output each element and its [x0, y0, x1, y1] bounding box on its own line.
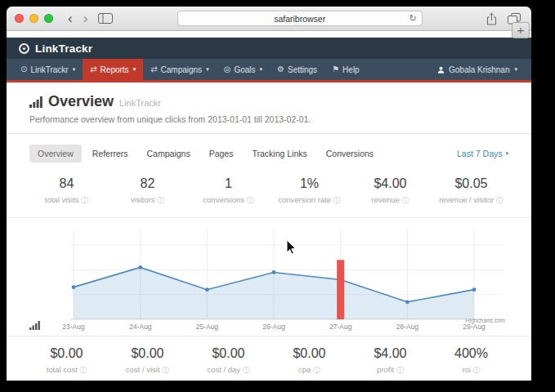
caret-down-icon: ▾	[505, 150, 508, 157]
nav-item-reports[interactable]: ⇄Reports▾	[83, 59, 143, 80]
info-icon[interactable]: ⓘ	[473, 366, 481, 374]
page-description: Performance overview from unique clicks …	[29, 114, 508, 124]
stat-label: cost / day ⓘ	[188, 365, 269, 376]
address-text: safaribrowser	[274, 14, 325, 24]
browser-toolbar: ‹ › safaribrowser ↻	[7, 7, 531, 31]
new-tab-button[interactable]: +	[512, 22, 530, 38]
stat-label: visitors ⓘ	[107, 195, 188, 206]
user-icon	[437, 66, 445, 74]
tab-overview[interactable]: Overview	[29, 145, 82, 163]
tab-pages[interactable]: Pages	[201, 145, 242, 163]
stat-label: total visits ⓘ	[26, 195, 107, 206]
flag-icon: ⚑	[332, 65, 339, 74]
stat-value: 1%	[269, 176, 350, 191]
nav-item-label: Campaigns	[161, 65, 203, 74]
page-heading: Overview LinkTrackr Performance overview…	[7, 82, 531, 134]
stat-cpa: $0.00cpa ⓘ	[269, 346, 350, 376]
x-axis-label: 29-Aug	[463, 323, 485, 331]
user-name: Gobala Krishnan	[449, 65, 510, 74]
close-window-button[interactable]	[15, 14, 24, 23]
nav-item-label: LinkTrackr	[30, 65, 68, 74]
page: LinkTrackr ⊙LinkTrackr▾⇄Reports▾⇄Campaig…	[7, 38, 531, 381]
chart-plot	[70, 226, 504, 321]
caret-down-icon: ▾	[73, 66, 76, 73]
stat-cost-day: $0.00cost / day ⓘ	[188, 346, 269, 376]
chart-bars-icon-small	[29, 321, 40, 330]
stat-label: total cost ⓘ	[26, 365, 107, 376]
x-axis-label: 24-Aug	[129, 323, 151, 331]
stats-top-row: 84total visits ⓘ82visitors ⓘ1conversions…	[7, 170, 531, 217]
stat-value: $0.00	[26, 346, 107, 361]
x-axis-label: 26-Aug	[262, 323, 284, 331]
stat-value: $4.00	[350, 346, 431, 361]
refresh-icon[interactable]: ↻	[409, 14, 416, 23]
report-tabs: OverviewReferrersCampaignsPagesTracking …	[29, 145, 384, 163]
page-title: Overview	[48, 93, 114, 110]
caret-down-icon: ▾	[133, 66, 137, 73]
stat-label: cost / visit ⓘ	[107, 365, 188, 376]
stat-label: conversion rate ⓘ	[269, 195, 350, 206]
info-icon[interactable]: ⓘ	[401, 196, 409, 204]
main-nav: ⊙LinkTrackr▾⇄Reports▾⇄Campaigns▾◎Goals▾⚙…	[7, 59, 531, 80]
share-icon[interactable]	[484, 12, 499, 25]
nav-item-linktrackr[interactable]: ⊙LinkTrackr▾	[13, 59, 83, 80]
sidebar-icon[interactable]	[96, 13, 115, 24]
wrench-icon: ⚙	[277, 65, 284, 74]
window-controls	[15, 14, 53, 23]
tab-tracking-links[interactable]: Tracking Links	[244, 145, 315, 163]
tabs-row: OverviewReferrersCampaignsPagesTracking …	[7, 134, 531, 170]
nav-item-settings[interactable]: ⚙Settings	[270, 59, 324, 80]
info-icon[interactable]: ⓘ	[79, 366, 87, 374]
date-range-label: Last 7 Days	[457, 149, 502, 158]
info-icon[interactable]: ⓘ	[333, 196, 341, 204]
info-icon[interactable]: ⓘ	[243, 366, 250, 374]
tab-campaigns[interactable]: Campaigns	[139, 145, 199, 163]
stat-value: 84	[26, 176, 107, 191]
date-range-select[interactable]: Last 7 Days ▾	[457, 149, 508, 158]
caret-down-icon: ▾	[514, 66, 517, 73]
chart-bars-icon	[29, 96, 43, 108]
nav-item-help[interactable]: ⚑Help	[324, 59, 367, 80]
tab-referrers[interactable]: Referrers	[84, 145, 137, 163]
tab-conversions[interactable]: Conversions	[318, 145, 382, 163]
stat-label: profit ⓘ	[350, 365, 431, 376]
stat-value: $0.05	[431, 176, 512, 191]
report-icon: ⇄	[90, 65, 96, 74]
shuffle-icon: ⇄	[150, 65, 157, 74]
minimize-window-button[interactable]	[29, 14, 38, 23]
caret-down-icon: ▾	[206, 66, 209, 73]
site-logo[interactable]: LinkTrackr	[35, 42, 92, 55]
info-icon[interactable]: ⓘ	[313, 366, 320, 374]
stats-bottom-row: $0.00total cost ⓘ$0.00cost / visit ⓘ$0.0…	[7, 336, 531, 381]
info-icon[interactable]: ⓘ	[496, 196, 504, 204]
info-icon[interactable]: ⓘ	[81, 196, 88, 204]
stat-total-cost: $0.00total cost ⓘ	[26, 346, 107, 376]
stat-conversions: 1conversions ⓘ	[188, 176, 269, 206]
forward-button[interactable]: ›	[81, 8, 91, 29]
site-header: LinkTrackr	[7, 38, 531, 59]
nav-item-label: Help	[342, 65, 360, 74]
nav-item-campaigns[interactable]: ⇄Campaigns▾	[143, 59, 217, 80]
nav-item-label: Goals	[234, 65, 255, 74]
info-icon[interactable]: ⓘ	[162, 366, 169, 374]
caret-down-icon: ▾	[260, 66, 263, 73]
stat-value: $0.00	[107, 346, 188, 361]
zoom-window-button[interactable]	[44, 14, 53, 23]
info-icon[interactable]: ⓘ	[396, 366, 404, 374]
stat-roi: 400%roi ⓘ	[431, 346, 512, 376]
info-icon[interactable]: ⓘ	[157, 196, 164, 204]
address-bar[interactable]: safaribrowser ↻	[177, 11, 423, 26]
back-button[interactable]: ‹	[65, 8, 75, 29]
info-icon[interactable]: ⓘ	[247, 196, 254, 204]
stat-label: roi ⓘ	[431, 365, 512, 376]
stat-label: revenue / visitor ⓘ	[431, 195, 512, 206]
chart-credit[interactable]: Highcharts.com	[465, 318, 505, 323]
nav-item-goals[interactable]: ◎Goals▾	[217, 59, 270, 80]
user-menu[interactable]: Gobala Krishnan ▾	[430, 59, 525, 80]
stat-value: $4.00	[350, 176, 431, 191]
linktrackr-logo-icon	[18, 42, 30, 55]
stat-revenue-visitor: $0.05revenue / visitor ⓘ	[431, 176, 512, 206]
chart-section: 23-Aug24-Aug25-Aug26-Aug27-Aug28-Aug29-A…	[7, 217, 531, 336]
browser-window: ‹ › safaribrowser ↻ + LinkTrackr ⊙LinkTr…	[7, 7, 531, 381]
chart-x-labels: 23-Aug24-Aug25-Aug26-Aug27-Aug28-Aug29-A…	[70, 321, 504, 334]
